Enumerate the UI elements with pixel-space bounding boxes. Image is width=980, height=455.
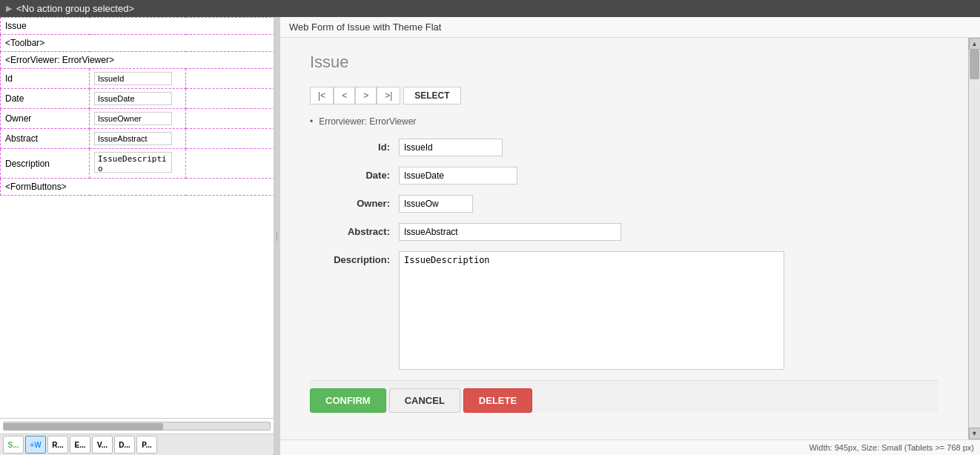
tab-w[interactable]: +W: [25, 436, 46, 454]
row-owner-input[interactable]: [94, 112, 172, 125]
row-owner-col3: [186, 109, 274, 129]
field-input-id[interactable]: [399, 139, 503, 156]
row-desc-input-cell[interactable]: IssueDescriptio: [90, 149, 186, 179]
field-row-id: Id:: [310, 139, 938, 156]
delete-button[interactable]: DELETE: [463, 388, 532, 413]
table-row: Id: [1, 69, 274, 89]
row-abstract-label: Abstract: [1, 129, 90, 149]
tab-e[interactable]: E...: [70, 436, 90, 454]
right-panel-content[interactable]: Issue |< < > >| SELECT • Errorviewer: Er…: [280, 38, 968, 439]
row-abstract-col3: [186, 129, 274, 149]
left-tree-table: Issue <Toolbar> <ErrorViewer: ErrorViewe…: [0, 17, 274, 196]
row-formbuttons-label: <FormButtons>: [1, 179, 274, 196]
scroll-up-arrow[interactable]: ▲: [969, 38, 981, 50]
left-panel-content[interactable]: Issue <Toolbar> <ErrorViewer: ErrorViewe…: [0, 17, 274, 418]
field-textarea-description[interactable]: IssueDescription: [399, 251, 784, 370]
error-viewer-text: Errorviewer: ErrorViewer: [319, 116, 416, 127]
error-viewer-bullet: •: [310, 116, 313, 127]
right-vertical-scrollbar[interactable]: ▲ ▼: [968, 38, 980, 439]
table-row: <FormButtons>: [1, 179, 274, 196]
table-row: Owner: [1, 109, 274, 129]
right-panel: Web Form of Issue with Theme Flat Issue …: [280, 17, 980, 455]
field-row-date: Date:: [310, 167, 938, 185]
row-owner-input-cell[interactable]: [90, 109, 186, 129]
tab-d[interactable]: D...: [114, 436, 135, 454]
row-desc-textarea[interactable]: IssueDescriptio: [94, 152, 172, 173]
action-buttons-row: CONFIRM CANCEL DELETE: [310, 380, 938, 413]
table-row: Date: [1, 89, 274, 109]
row-date-input-cell[interactable]: [90, 89, 186, 109]
field-row-owner: Owner:: [310, 195, 938, 213]
row-desc-label: Description: [1, 149, 90, 179]
field-input-owner[interactable]: [399, 195, 473, 213]
row-issue-label: Issue: [1, 18, 274, 35]
row-id-input[interactable]: [94, 72, 172, 85]
error-viewer-row: • Errorviewer: ErrorViewer: [310, 116, 938, 127]
field-row-description: Description: IssueDescription: [310, 251, 938, 370]
table-row: Description IssueDescriptio: [1, 149, 274, 179]
table-row: <Toolbar>: [1, 35, 274, 52]
right-panel-header: Web Form of Issue with Theme Flat: [280, 17, 980, 38]
row-id-input-cell[interactable]: [90, 69, 186, 89]
field-label-owner: Owner:: [310, 195, 399, 209]
left-scrollbar-thumb: [4, 423, 163, 431]
row-date-col3: [186, 89, 274, 109]
nav-last-button[interactable]: >|: [377, 87, 400, 104]
tab-v[interactable]: V...: [92, 436, 113, 454]
row-owner-label: Owner: [1, 109, 90, 129]
row-desc-col3: [186, 149, 274, 179]
row-date-label: Date: [1, 89, 90, 109]
tab-s[interactable]: S...: [3, 436, 24, 454]
nav-first-button[interactable]: |<: [310, 87, 334, 104]
nav-buttons-row: |< < > >| SELECT: [310, 87, 938, 104]
nav-select-button[interactable]: SELECT: [403, 87, 460, 104]
right-panel-title: Web Form of Issue with Theme Flat: [289, 21, 441, 33]
scroll-track[interactable]: [969, 50, 980, 428]
field-label-description: Description:: [310, 251, 399, 265]
field-label-id: Id:: [310, 139, 399, 153]
field-row-abstract: Abstract:: [310, 223, 938, 241]
left-horizontal-scrollbar[interactable]: [3, 422, 271, 431]
row-toolbar-label: <Toolbar>: [1, 35, 274, 52]
table-row: <ErrorViewer: ErrorViewer>: [1, 52, 274, 69]
tab-r[interactable]: R...: [47, 436, 68, 454]
row-id-col3: [186, 69, 274, 89]
field-label-abstract: Abstract:: [310, 223, 399, 237]
left-panel: Issue <Toolbar> <ErrorViewer: ErrorViewe…: [0, 17, 274, 455]
tab-p[interactable]: P...: [136, 436, 157, 454]
top-bar-arrow: ▶: [6, 4, 12, 13]
row-abstract-input-cell[interactable]: [90, 129, 186, 149]
left-panel-scrollbar-area: [0, 418, 274, 434]
form-title: Issue: [310, 53, 938, 72]
top-bar: ▶ <No action group selected>: [0, 0, 980, 17]
panel-resize-handle[interactable]: │: [274, 17, 280, 455]
row-errorviewer-label: <ErrorViewer: ErrorViewer>: [1, 52, 274, 69]
field-input-date[interactable]: [399, 167, 517, 185]
scroll-thumb: [970, 50, 979, 79]
scroll-down-arrow[interactable]: ▼: [969, 428, 981, 439]
left-footer-tabs: S... +W R... E... V... D... P...: [0, 434, 274, 455]
field-label-date: Date:: [310, 167, 399, 181]
table-row: Abstract: [1, 129, 274, 149]
cancel-button[interactable]: CANCEL: [389, 388, 460, 413]
row-date-input[interactable]: [94, 92, 172, 105]
confirm-button[interactable]: CONFIRM: [310, 388, 386, 413]
status-bar: Width: 945px, Size: Small (Tablets >= 76…: [280, 439, 980, 455]
status-text: Width: 945px, Size: Small (Tablets >= 76…: [809, 443, 974, 452]
field-input-abstract[interactable]: [399, 223, 621, 241]
top-bar-label: <No action group selected>: [16, 3, 134, 14]
row-id-label: Id: [1, 69, 90, 89]
table-row: Issue: [1, 18, 274, 35]
row-abstract-input[interactable]: [94, 132, 172, 145]
main-area: Issue <Toolbar> <ErrorViewer: ErrorViewe…: [0, 17, 980, 455]
nav-prev-button[interactable]: <: [334, 87, 355, 104]
nav-next-button[interactable]: >: [355, 87, 377, 104]
